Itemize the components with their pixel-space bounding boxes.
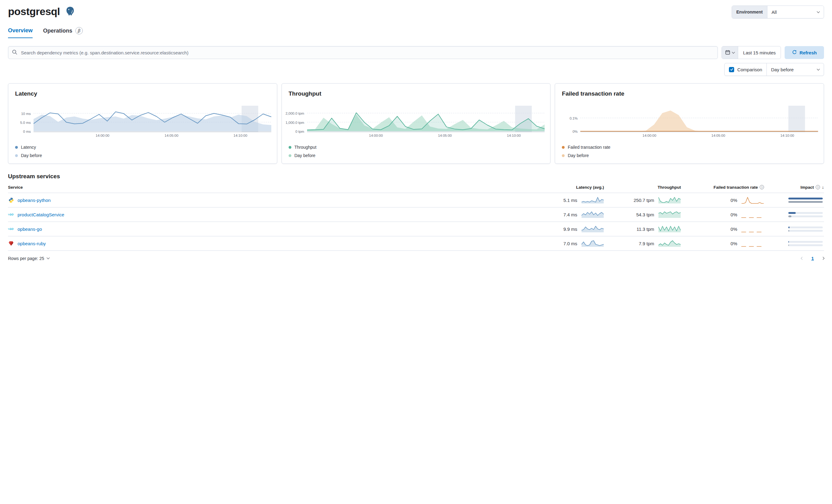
- failed-rate-sparkline: [741, 240, 764, 247]
- chart-throughput: 2,000.0 tpm1,000.0 tpm0 tpm14:00:0014:05…: [287, 106, 545, 139]
- column-header-throughput[interactable]: Throughput: [604, 185, 681, 190]
- x-axis-tick: 14:00:00: [369, 134, 383, 137]
- x-axis-tick: 14:00:00: [96, 134, 109, 137]
- x-axis-tick: 14:00:00: [643, 134, 656, 137]
- latency-value: 7.0 ms: [563, 241, 577, 246]
- throughput-sparkline: [658, 240, 681, 247]
- failed-rate-cell: 0%: [681, 240, 764, 247]
- service-link[interactable]: opbeans-ruby: [18, 241, 46, 246]
- impact-cell: [764, 212, 824, 217]
- column-header-service[interactable]: Service: [8, 185, 535, 190]
- failed-rate-sparkline: [741, 225, 764, 233]
- legend-item[interactable]: Day before: [15, 153, 271, 158]
- chart-legend: LatencyDay before: [14, 145, 271, 158]
- comparison-select[interactable]: Day before: [767, 63, 824, 76]
- time-range-display[interactable]: Last 15 minutes: [738, 47, 781, 59]
- search-icon: [12, 50, 17, 56]
- column-header-failed-rate[interactable]: Failed transaction rate ?: [681, 185, 764, 190]
- throughput-value: 11.3 tpm: [636, 226, 654, 232]
- y-axis-tick: 2,000.0 tpm: [286, 112, 304, 115]
- latency-sparkline: [581, 240, 604, 247]
- tab-operations[interactable]: Operations β: [43, 27, 83, 38]
- service-link[interactable]: opbeans-go: [18, 226, 42, 232]
- date-quick-select-button[interactable]: [722, 47, 738, 59]
- y-axis-tick: 0%: [573, 130, 578, 133]
- chart-plot: [580, 106, 818, 132]
- column-header-latency[interactable]: Latency (avg.): [535, 185, 604, 190]
- environment-select[interactable]: All: [768, 6, 824, 18]
- legend-item[interactable]: Latency: [15, 145, 271, 150]
- search-input[interactable]: [20, 50, 714, 56]
- page-number[interactable]: 1: [811, 256, 814, 261]
- legend-label: Day before: [21, 153, 42, 158]
- upstream-services-heading: Upstream services: [8, 173, 824, 180]
- x-axis-tick: 14:10:00: [234, 134, 248, 137]
- legend-dot: [562, 154, 565, 157]
- ruby-icon: [8, 241, 14, 246]
- go-icon: GO: [8, 212, 14, 217]
- legend-dot: [289, 154, 291, 157]
- latency-value: 5.1 ms: [563, 198, 577, 203]
- impact-bars: [788, 226, 823, 232]
- throughput-cell: 250.7 tpm: [604, 196, 681, 204]
- comparison-value: Day before: [771, 67, 794, 72]
- legend-dot: [15, 146, 18, 149]
- latency-cell: 5.1 ms: [535, 196, 604, 204]
- previous-page-icon[interactable]: [801, 257, 804, 260]
- legend-dot: [289, 146, 291, 149]
- table-row: opbeans-python5.1 ms250.7 tpm0%: [8, 193, 824, 207]
- legend-label: Day before: [294, 153, 315, 158]
- table-header-row: Service Latency (avg.) Throughput Failed…: [8, 181, 824, 193]
- search-box: [8, 46, 718, 59]
- refresh-button[interactable]: Refresh: [785, 46, 824, 59]
- impact-cell: [764, 226, 824, 232]
- comparison-toggle[interactable]: Comparison: [725, 63, 767, 76]
- impact-cell: [764, 198, 824, 203]
- legend-label: Day before: [568, 153, 589, 158]
- throughput-sparkline: [658, 196, 681, 204]
- tab-overview[interactable]: Overview: [8, 27, 33, 38]
- chart-card-latency: Latency10 ms5.0 ms0 ms14:00:0014:05:0014…: [8, 83, 277, 164]
- y-axis-tick: 10 ms: [21, 112, 31, 116]
- python-icon: [8, 197, 14, 203]
- comparison-checkbox[interactable]: [729, 67, 734, 72]
- throughput-sparkline: [658, 225, 681, 233]
- chart-latency: 10 ms5.0 ms0 ms14:00:0014:05:0014:10:00: [14, 106, 271, 139]
- legend-label: Latency: [21, 145, 36, 150]
- legend-item[interactable]: Throughput: [289, 145, 545, 150]
- y-axis-tick: 1,000.0 tpm: [286, 121, 304, 124]
- postgresql-logo-icon: [65, 6, 75, 18]
- date-picker-group: Last 15 minutes: [722, 46, 781, 59]
- service-link[interactable]: productCatalogService: [18, 212, 64, 217]
- chart-title: Latency: [15, 90, 271, 97]
- legend-item[interactable]: Day before: [562, 153, 818, 158]
- legend-item[interactable]: Failed transaction rate: [562, 145, 818, 150]
- x-axis-tick: 14:10:00: [507, 134, 521, 137]
- environment-label: Environment: [732, 6, 768, 18]
- failed-rate-value: 0%: [730, 226, 737, 232]
- svg-text:GO: GO: [9, 213, 14, 216]
- throughput-cell: 7.9 tpm: [604, 240, 681, 247]
- x-axis-tick: 14:05:00: [165, 134, 179, 137]
- legend-label: Throughput: [294, 145, 317, 150]
- impact-bars: [788, 198, 823, 203]
- y-axis-tick: 5.0 ms: [20, 121, 31, 124]
- service-cell: opbeans-python: [8, 197, 535, 203]
- legend-item[interactable]: Day before: [289, 153, 545, 158]
- failed-rate-cell: 0%: [681, 211, 764, 219]
- next-page-icon[interactable]: [822, 257, 825, 260]
- throughput-cell: 54.3 tpm: [604, 211, 681, 219]
- latency-sparkline: [581, 225, 604, 233]
- calendar-icon: [725, 50, 730, 56]
- legend-dot: [15, 154, 18, 157]
- throughput-value: 54.3 tpm: [636, 212, 654, 217]
- chart-card-throughput: Throughput2,000.0 tpm1,000.0 tpm0 tpm14:…: [282, 83, 551, 164]
- column-header-impact[interactable]: Impact ? ↓: [764, 185, 824, 190]
- service-link[interactable]: opbeans-python: [18, 198, 51, 203]
- rows-per-page-button[interactable]: Rows per page: 25: [8, 256, 49, 261]
- environment-value: All: [772, 9, 777, 15]
- chart-plot: [33, 106, 271, 132]
- y-axis-tick: 0 tpm: [295, 130, 304, 133]
- legend-dot: [562, 146, 565, 149]
- table-body: opbeans-python5.1 ms250.7 tpm0%GOproduct…: [8, 193, 824, 251]
